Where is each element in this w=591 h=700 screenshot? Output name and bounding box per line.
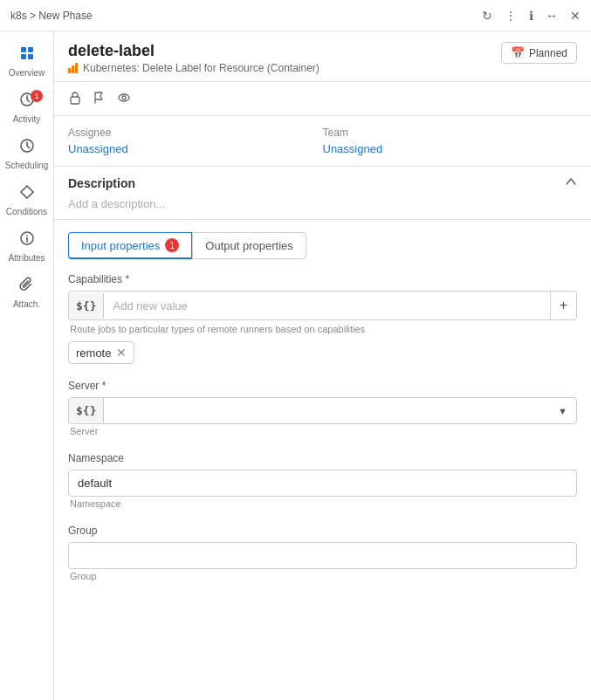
server-underline-label: Server: [68, 426, 577, 436]
sidebar-item-overview[interactable]: Overview: [0, 38, 53, 85]
k8s-icon: [68, 63, 78, 73]
content-area: delete-label Kubernetes: Delete Label fo…: [54, 31, 591, 700]
lock-icon[interactable]: [68, 91, 82, 108]
group-underline-label: Group: [68, 571, 577, 581]
main-layout: Overview 1 Activity Scheduling: [0, 31, 591, 700]
sidebar-item-label: Attach.: [13, 299, 40, 309]
svg-rect-1: [28, 47, 33, 52]
sidebar-item-attributes[interactable]: Attributes: [0, 223, 53, 270]
server-prefix-icon: ${}: [69, 398, 104, 423]
more-icon[interactable]: ⋮: [505, 9, 517, 23]
sidebar: Overview 1 Activity Scheduling: [0, 31, 54, 700]
server-required: *: [102, 380, 107, 392]
add-capability-button[interactable]: +: [550, 292, 576, 319]
svg-point-7: [26, 235, 28, 237]
tab-input-properties[interactable]: Input properties 1: [68, 232, 192, 259]
capabilities-hint: Route jobs to particular types of remote…: [68, 324, 577, 334]
sidebar-item-attach[interactable]: Attach.: [0, 270, 53, 316]
assignee-col: Assignee Unassigned: [68, 127, 323, 155]
diamond-icon: [19, 184, 35, 204]
sidebar-item-scheduling[interactable]: Scheduling: [0, 131, 53, 177]
server-select[interactable]: [104, 398, 549, 423]
group-label: Group: [68, 525, 577, 537]
svg-rect-3: [28, 54, 33, 59]
collapse-icon[interactable]: [565, 175, 577, 190]
scrollable-content: Input properties 1 Output properties Cap…: [54, 220, 591, 700]
page-title: delete-label: [68, 42, 320, 60]
eye-icon[interactable]: [117, 91, 131, 108]
capabilities-field-group: Capabilities * ${} + Route jobs to parti…: [68, 273, 577, 364]
team-col: Team Unassigned: [323, 127, 578, 155]
assignee-section: Assignee Unassigned Team Unassigned: [54, 116, 591, 167]
team-label: Team: [323, 127, 578, 139]
tabs-section: Input properties 1 Output properties: [54, 220, 591, 259]
flag-icon[interactable]: [93, 91, 107, 108]
header-title-block: delete-label Kubernetes: Delete Label fo…: [68, 42, 320, 74]
close-icon[interactable]: ✕: [570, 9, 581, 23]
description-section: Description Add a description...: [54, 167, 591, 220]
input-tab-badge: 1: [165, 238, 179, 252]
server-label: Server *: [68, 380, 577, 392]
subtitle-text: Kubernetes: Delete Label for Resource (C…: [83, 62, 320, 74]
assignee-value[interactable]: Unassigned: [68, 142, 323, 155]
variable-prefix-icon: ${}: [69, 293, 104, 319]
capability-tag-remote: remote ✕: [68, 341, 134, 364]
svg-point-10: [122, 96, 126, 100]
sidebar-item-label: Activity: [13, 114, 41, 124]
sidebar-item-conditions[interactable]: Conditions: [0, 177, 53, 223]
svg-rect-8: [71, 97, 79, 104]
sidebar-item-label: Attributes: [8, 253, 45, 263]
attributes-icon: [19, 230, 35, 250]
namespace-input[interactable]: [68, 470, 577, 497]
sidebar-item-label: Conditions: [6, 207, 47, 216]
title-bar-actions: ↻ ⋮ ℹ ↔ ✕: [482, 9, 581, 23]
expand-icon[interactable]: ↔: [546, 9, 558, 23]
server-select-wrap: ${} ▼: [68, 397, 577, 424]
remove-tag-button[interactable]: ✕: [116, 346, 127, 360]
server-field-group: Server * ${} ▼ Server: [68, 380, 577, 436]
group-field-group: Group Group: [68, 525, 577, 581]
grid-icon: [19, 45, 35, 65]
header-subtitle: Kubernetes: Delete Label for Resource (C…: [68, 62, 320, 74]
tabs-row: Input properties 1 Output properties: [68, 232, 577, 259]
refresh-icon[interactable]: ↻: [482, 9, 492, 23]
form-section: Capabilities * ${} + Route jobs to parti…: [54, 259, 591, 611]
chevron-down-icon: ▼: [549, 400, 576, 422]
calendar-icon: 📅: [511, 46, 525, 59]
svg-rect-2: [21, 54, 26, 59]
namespace-field-group: Namespace Namespace: [68, 452, 577, 509]
capabilities-input[interactable]: [104, 293, 549, 319]
scheduling-icon: [19, 138, 35, 158]
tab-output-properties[interactable]: Output properties: [192, 232, 306, 259]
header: delete-label Kubernetes: Delete Label fo…: [54, 31, 591, 82]
capabilities-input-wrap: ${} +: [68, 291, 577, 320]
svg-point-9: [119, 94, 129, 101]
assignee-label: Assignee: [68, 127, 323, 139]
status-label: Planned: [529, 47, 567, 59]
status-badge[interactable]: 📅 Planned: [501, 42, 577, 64]
sidebar-item-label: Scheduling: [5, 161, 48, 170]
namespace-underline-label: Namespace: [68, 498, 577, 509]
title-bar: k8s > New Phase ↻ ⋮ ℹ ↔ ✕: [0, 0, 591, 31]
capabilities-required: *: [125, 273, 129, 285]
info-icon[interactable]: ℹ: [529, 9, 533, 23]
namespace-label: Namespace: [68, 452, 577, 464]
breadcrumb: k8s > New Phase: [10, 10, 93, 22]
capabilities-label: Capabilities *: [68, 273, 577, 285]
icons-row: [54, 82, 591, 116]
description-placeholder[interactable]: Add a description...: [68, 197, 577, 210]
description-title: Description: [68, 176, 135, 190]
svg-rect-0: [21, 47, 26, 52]
team-value[interactable]: Unassigned: [323, 142, 578, 155]
sidebar-item-activity[interactable]: 1 Activity: [0, 85, 53, 131]
group-input[interactable]: [68, 542, 577, 569]
activity-badge: 1: [31, 90, 43, 102]
paperclip-icon: [19, 277, 35, 297]
sidebar-item-label: Overview: [9, 68, 45, 78]
